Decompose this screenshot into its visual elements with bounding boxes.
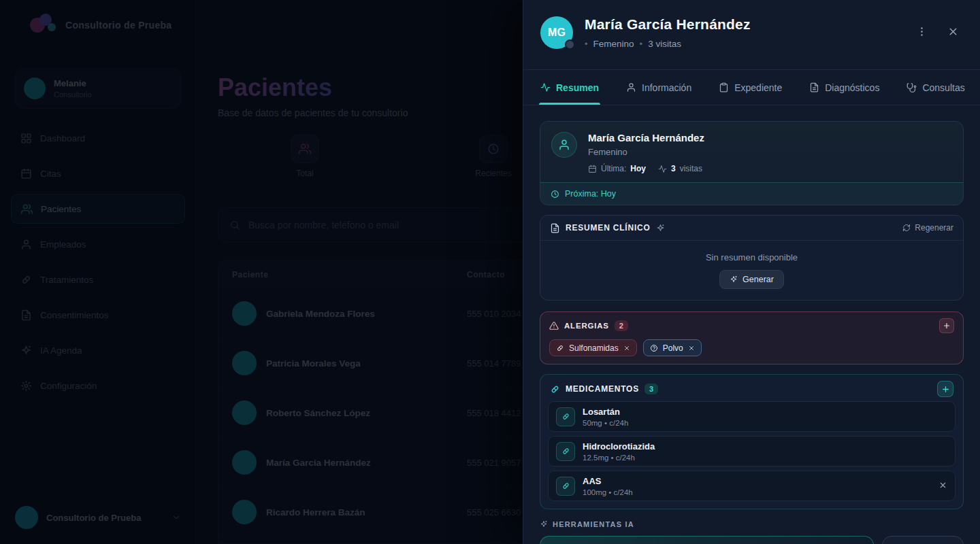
last-visit-value: Hoy (630, 164, 646, 173)
file-text-icon (809, 82, 819, 92)
more-options-button[interactable] (911, 20, 932, 42)
allergy-chip: Polvo (643, 339, 702, 356)
pill-icon (550, 384, 560, 394)
clinical-summary-card: RESUMEN CLÍNICO Regenerar Sin resumen di… (540, 215, 964, 301)
medications-card: MEDICAMENTOS 3 Losartán 50mg • c/24h Hid… (540, 374, 964, 509)
tab-informacion[interactable]: Información (626, 70, 691, 105)
next-appointment-banner: Próxima: Hoy (540, 182, 963, 205)
add-medication-button[interactable] (937, 381, 953, 397)
patient-visits: 3 visitas (648, 39, 681, 49)
more-vertical-icon (916, 26, 928, 37)
tab-diagnosticos[interactable]: Diagnósticos (809, 70, 879, 105)
sparkles-icon (730, 275, 738, 284)
generate-summary-button[interactable]: Generar (719, 270, 784, 289)
next-appointment-text: Próxima: Hoy (565, 189, 616, 199)
patient-avatar: MG (540, 16, 573, 49)
last-visit-label: Última: (601, 164, 626, 173)
close-drawer-button[interactable] (942, 20, 964, 42)
remove-medication-button[interactable] (938, 480, 947, 492)
tab-label: Diagnósticos (825, 82, 879, 93)
tab-label: Expediente (734, 82, 782, 93)
remove-allergy-icon[interactable] (623, 345, 630, 352)
last-visit: Última: Hoy (588, 164, 646, 173)
visit-count-value: 3 (671, 164, 676, 173)
visit-count: 3 visitas (658, 164, 702, 173)
stethoscope-icon (906, 82, 917, 92)
activity-icon (540, 82, 551, 92)
tab-expediente[interactable]: Expediente (719, 70, 782, 105)
allergy-chip: Sulfonamidas (549, 339, 637, 356)
clipboard-icon (719, 82, 729, 92)
plus-icon (941, 385, 950, 394)
patient-name-title: María García Hernández (585, 16, 751, 33)
drawer-header: MG María García Hernández • Femenino • 3… (523, 0, 980, 70)
help-circle-icon (650, 344, 658, 352)
tab-resumen[interactable]: Resumen (540, 70, 599, 105)
medication-item[interactable]: Hidroclorotiazida 12.5mg • c/24h (548, 436, 956, 466)
add-allergy-button[interactable] (939, 318, 954, 333)
sparkles-icon (656, 224, 665, 233)
patient-card-gender: Femenino (588, 147, 704, 157)
bullet: • (585, 39, 588, 49)
sparkles-icon (540, 520, 548, 528)
allergy-label: Sulfonamidas (569, 343, 619, 353)
plus-icon (943, 322, 951, 330)
empty-summary-text: Sin resumen disponible (706, 252, 798, 262)
tab-label: Consultas (922, 82, 964, 93)
avatar-status-badge (565, 39, 575, 50)
clock-icon (551, 190, 559, 199)
allergies-title: ALERGIAS (564, 322, 609, 330)
allergy-label: Polvo (663, 343, 683, 353)
medications-title: MEDICAMENTOS (566, 384, 639, 394)
screen: Consultorio de Prueba Melanie Consultori… (0, 0, 980, 544)
user-icon (626, 82, 636, 92)
alert-triangle-icon (549, 321, 559, 330)
regenerate-button[interactable]: Regenerar (902, 223, 953, 233)
patient-gender: Femenino (593, 39, 634, 49)
patient-meta: • Femenino • 3 visitas (585, 39, 751, 49)
treatment-plan-button[interactable]: Plan de Tratamiento (882, 536, 964, 544)
drawer-tabs: Resumen Información Expediente Diagnósti… (523, 70, 980, 105)
medication-name: Losartán (583, 407, 628, 417)
tab-label: Resumen (556, 82, 599, 93)
clinical-analysis-ai-card[interactable]: Análisis Clínico IA Análisis basado en l… (540, 536, 874, 544)
medication-item[interactable]: Losartán 50mg • c/24h (548, 401, 956, 432)
allergies-card: ALERGIAS 2 Sulfonamidas Polvo (540, 311, 964, 364)
medication-dose: 12.5mg • c/24h (583, 454, 655, 462)
activity-icon (658, 165, 667, 173)
generate-label: Generar (742, 275, 774, 284)
medications-count-badge: 3 (644, 384, 658, 394)
ai-tools-header: HERRAMIENTAS IA (540, 520, 964, 528)
calendar-icon (588, 165, 597, 173)
bullet: • (640, 39, 643, 49)
ai-tools-title: HERRAMIENTAS IA (553, 520, 634, 528)
medication-name: AAS (583, 476, 633, 486)
visit-count-label: visitas (680, 164, 702, 173)
tab-label: Información (642, 82, 691, 93)
regenerate-label: Regenerar (915, 223, 953, 233)
close-icon (947, 26, 959, 37)
file-text-icon (550, 223, 560, 233)
pill-icon (556, 407, 575, 426)
pill-icon (556, 477, 575, 496)
tab-consultas[interactable]: Consultas (906, 70, 964, 105)
allergies-count-badge: 2 (615, 320, 628, 331)
clinical-summary-title: RESUMEN CLÍNICO (566, 223, 651, 233)
refresh-icon (902, 224, 911, 232)
medication-dose: 50mg • c/24h (583, 419, 628, 427)
pill-icon (556, 344, 564, 352)
remove-allergy-icon[interactable] (688, 345, 695, 352)
patient-card-name: María García Hernández (588, 132, 704, 143)
avatar-initials: MG (548, 27, 566, 39)
patient-detail-drawer: MG María García Hernández • Femenino • 3… (523, 0, 980, 544)
medication-dose: 100mg • c/24h (583, 488, 633, 496)
pill-icon (556, 442, 575, 461)
user-icon (551, 132, 577, 158)
patient-summary-card: María García Hernández Femenino Última: … (540, 121, 964, 205)
close-icon (938, 481, 947, 490)
medication-name: Hidroclorotiazida (583, 441, 655, 452)
medication-item[interactable]: AAS 100mg • c/24h (548, 471, 956, 501)
